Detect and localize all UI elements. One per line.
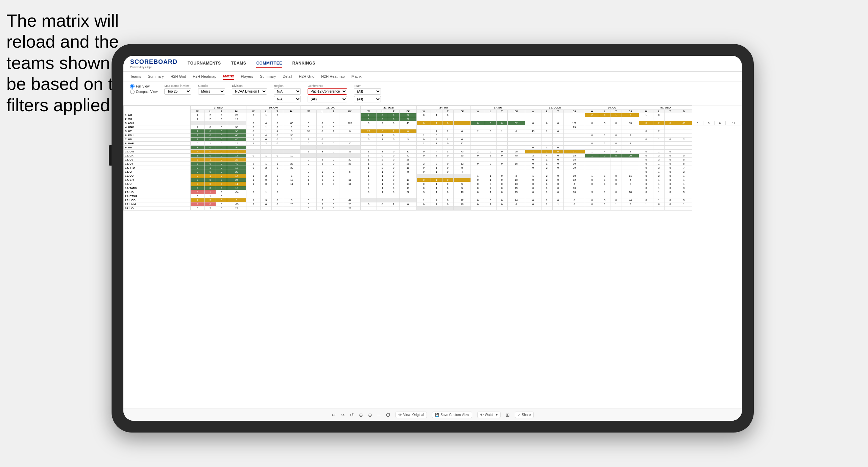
- conference-filter: Conference Pac-12 Conference (All) (All): [308, 84, 347, 102]
- table-row: 4. UNC 10036 0101 010 29: [124, 125, 742, 129]
- table-row: 5. UT 40090 0140 35010 22010 110 2010 40…: [124, 129, 742, 133]
- table-row: 12. UV 21022 02030 12028 01015 0305: [124, 158, 742, 162]
- table-row: 6. FSU 30060 14035 0101 10 0102: [124, 133, 742, 138]
- watch-label: Watch: [485, 413, 495, 417]
- view-original-icon: 👁: [399, 413, 402, 417]
- max-teams-select[interactable]: Top 25 Top 10 Top 50: [164, 88, 191, 95]
- max-teams-label: Max teams in view: [164, 84, 191, 88]
- table-row: 19. TAMU 20018 01010 0105 02015 01010 01…: [124, 186, 742, 190]
- subnav-detail[interactable]: Detail: [283, 73, 292, 79]
- view-original-label: View: Original: [403, 413, 424, 417]
- table-row: 9. UA 30055 010: [124, 146, 742, 150]
- table-row: 15. UF 20020 0105 0108 0104 0102: [124, 170, 742, 174]
- col-header-uu: 54. UU: [585, 106, 639, 110]
- table-row: 10. UW 40075 13011 13032 04173 25066 120…: [124, 150, 742, 154]
- subnav-players[interactable]: Players: [241, 73, 253, 79]
- team-select2[interactable]: (All): [354, 96, 381, 102]
- subnav-summary2[interactable]: Summary: [260, 73, 276, 79]
- logo-title: SCOREBOARD: [130, 58, 177, 66]
- nav-rankings[interactable]: RANKINGS: [292, 59, 315, 68]
- watch-icon: 👁: [480, 413, 484, 417]
- region-select2[interactable]: N/A: [274, 96, 301, 102]
- grid-button[interactable]: ⊞: [506, 412, 510, 418]
- view-original-button[interactable]: 👁 View: Original: [395, 412, 427, 418]
- table-row: 11. UA 10018 01010 30040 03025 03040 340…: [124, 154, 742, 158]
- zoom-out-button[interactable]: ⊖: [368, 412, 372, 418]
- save-icon: 💾: [435, 413, 439, 417]
- col-header-osu: 57. OSU: [639, 106, 692, 110]
- table-row: 8. UAF 01014 120 01015 11011 0101: [124, 142, 742, 146]
- table-row: 2. VU 12012 30027: [124, 117, 742, 121]
- subnav-summary1[interactable]: Summary: [148, 73, 164, 79]
- redo-button[interactable]: ↪: [341, 412, 345, 418]
- share-button[interactable]: ↗ Share: [515, 412, 534, 418]
- region-filter: Region N/A East West N/A: [274, 84, 301, 102]
- table-row: 1. AU 12023 010 20027 010 2010 10: [124, 113, 742, 117]
- compact-view-radio[interactable]: Compact View: [130, 90, 158, 94]
- tablet-frame: SCOREBOARD Powered by clippd TOURNAMENTS…: [112, 44, 754, 433]
- subnav-h2h-grid2[interactable]: H2H Grid: [299, 73, 314, 79]
- team-select[interactable]: (All): [354, 88, 381, 95]
- tablet-side-button: [109, 145, 112, 166]
- subnav-matrix1[interactable]: Matrix: [223, 73, 234, 80]
- gender-filter: Gender Men's Women's: [198, 84, 225, 95]
- conference-select2[interactable]: (All): [308, 96, 347, 102]
- table-row: 18. U 20011 10011 10011 01010 0105 03013…: [124, 182, 742, 186]
- table-row: 23. UNM 200-23 20020 02025 0010 01010 01…: [124, 202, 742, 206]
- table-row: 3. ASU 04080 050120 02048 010 00052 0601…: [124, 121, 742, 125]
- subnav-teams[interactable]: Teams: [130, 73, 141, 79]
- gender-label: Gender: [198, 84, 225, 88]
- conference-select[interactable]: Pac-12 Conference (All): [308, 88, 347, 95]
- table-row: 16. UO 21014 1201 030 110 1102 12010 110…: [124, 174, 742, 178]
- refresh-button[interactable]: ↺: [350, 412, 354, 418]
- nav-committee[interactable]: COMMITTEE: [256, 59, 282, 68]
- filters-row: Full View Compact View Max teams in view…: [123, 81, 742, 105]
- division-select[interactable]: NCAA Division I NCAA Division II: [232, 88, 267, 95]
- nav-teams[interactable]: TEAMS: [231, 59, 246, 68]
- share-icon: ↗: [518, 413, 521, 417]
- col-header-ucla: 31. UCLA: [525, 106, 585, 110]
- division-filter: Division NCAA Division I NCAA Division I…: [232, 84, 267, 95]
- region-label: Region: [274, 84, 301, 88]
- nav-tournaments[interactable]: TOURNAMENTS: [188, 59, 221, 68]
- subnav-h2h-heatmap1[interactable]: H2H Heatmap: [193, 73, 216, 79]
- table-row: 13. UT 30040 21122 02038 12026 22012 020…: [124, 162, 742, 166]
- logo-subtitle: Powered by clippd: [130, 66, 177, 69]
- col-header-uw: 10. UW: [246, 106, 300, 110]
- table-row: 24. UO 02029 02029: [124, 206, 742, 211]
- subnav-matrix2[interactable]: Matrix: [352, 73, 362, 79]
- col-header-ucb: 22. UCB: [361, 106, 417, 110]
- zoom-button[interactable]: ⊕: [359, 412, 363, 418]
- division-label: Division: [232, 84, 267, 88]
- region-select[interactable]: N/A East West: [274, 88, 301, 95]
- share-label: Share: [522, 413, 531, 417]
- conference-label: Conference: [308, 84, 347, 88]
- subnav-h2h-grid1[interactable]: H2H Grid: [170, 73, 186, 79]
- table-row: 7. UM 30045 1003 10 0103 0210 0102: [124, 138, 742, 142]
- table-row: 20. UG 010-34 010 01022 31040 01015 0101…: [124, 190, 742, 194]
- clock-button[interactable]: ⏱: [386, 412, 390, 418]
- table-row: 14. TTU 21018 02030 12016 0108 02029 030…: [124, 166, 742, 170]
- save-custom-label: Save Custom View: [440, 413, 469, 417]
- watch-button[interactable]: 👁 Watch ▾: [477, 412, 501, 418]
- full-view-radio[interactable]: Full View: [130, 84, 158, 89]
- matrix-table: 3. ASU 10. UW 11. UA 22. UCB 24. UO 27. …: [123, 105, 742, 211]
- save-custom-button[interactable]: 💾 Save Custom View: [432, 412, 472, 418]
- col-header-su: 27. SU: [471, 106, 525, 110]
- matrix-content[interactable]: 3. ASU 10. UW 11. UA 22. UCB 24. UO 27. …: [123, 105, 742, 409]
- logo-area: SCOREBOARD Powered by clippd: [130, 58, 177, 69]
- table-row: 17. GIT 20025 10010 10011 01011 010 0101…: [124, 178, 742, 182]
- max-teams-filter: Max teams in view Top 25 Top 10 Top 50: [164, 84, 191, 95]
- table-row: 22. UCB 1303 1303 03044 14012 03044 0108…: [124, 198, 742, 202]
- view-radio-group: Full View Compact View: [130, 84, 158, 94]
- col-header-uo: 24. UO: [417, 106, 471, 110]
- team-filter: Team (All) (All): [354, 84, 381, 102]
- col-header-asu: 3. ASU: [190, 106, 246, 110]
- table-row: 21. ETSU 010: [124, 194, 742, 198]
- subnav-h2h-heatmap2[interactable]: H2H Heatmap: [321, 73, 345, 79]
- sub-nav: Teams Summary H2H Grid H2H Heatmap Matri…: [123, 72, 742, 81]
- watch-chevron: ▾: [496, 413, 498, 417]
- undo-button[interactable]: ↩: [332, 412, 336, 418]
- gender-select[interactable]: Men's Women's: [198, 88, 225, 95]
- tablet-screen: SCOREBOARD Powered by clippd TOURNAMENTS…: [123, 56, 742, 421]
